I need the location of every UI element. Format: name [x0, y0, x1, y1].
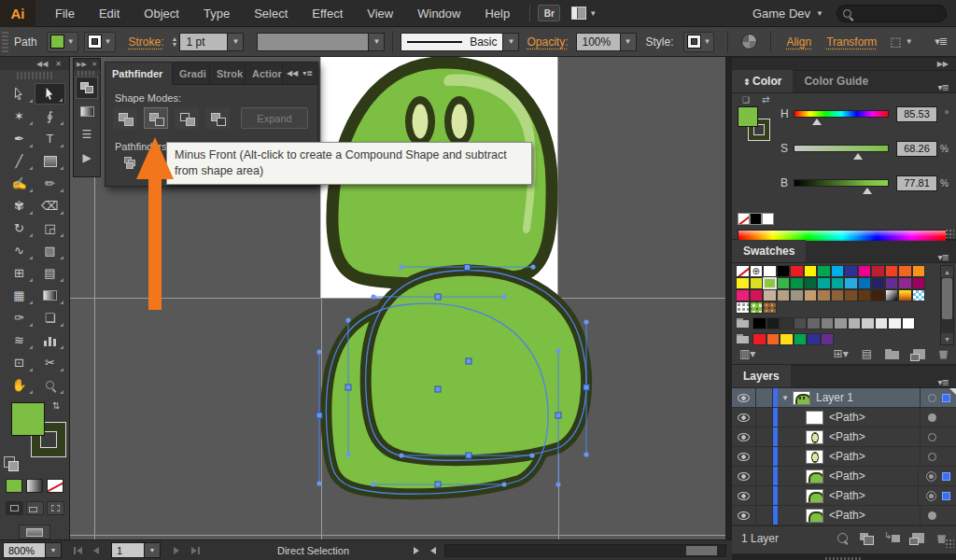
- slider-track-h[interactable]: [794, 110, 889, 118]
- dock-icon-gradient[interactable]: [76, 100, 98, 122]
- rotate-tool[interactable]: ↻: [4, 217, 35, 239]
- slider-thumb[interactable]: [812, 119, 822, 125]
- shape-mode-exclude[interactable]: [205, 107, 230, 129]
- selection-tool[interactable]: [4, 83, 35, 105]
- lock-toggle[interactable]: [756, 447, 773, 466]
- swatch-libraries-icon[interactable]: ▥▾: [739, 347, 755, 360]
- slider-thumb[interactable]: [863, 188, 872, 194]
- pencil-tool[interactable]: ✏: [35, 173, 65, 194]
- panel-menu-icon[interactable]: ▾≣: [302, 69, 313, 77]
- status-display[interactable]: Direct Selection: [218, 545, 409, 556]
- graphic-style-dropdown[interactable]: ▼: [683, 32, 715, 52]
- swatch[interactable]: [817, 265, 831, 277]
- swatch[interactable]: [790, 265, 804, 277]
- gray-group-folder-icon[interactable]: [736, 317, 751, 329]
- dock-icon-pathfinder[interactable]: [76, 77, 98, 99]
- swatch[interactable]: [777, 289, 791, 301]
- shape-mode-unite[interactable]: [113, 107, 137, 129]
- gray-group-swatch[interactable]: [821, 317, 835, 329]
- scrollbar-thumb[interactable]: [686, 546, 717, 555]
- hand-tool[interactable]: ✋: [4, 374, 35, 396]
- visibility-toggle[interactable]: [732, 427, 756, 446]
- panel-resize-grip[interactable]: [945, 229, 954, 238]
- menu-view[interactable]: View: [355, 0, 405, 27]
- show-swatch-kinds-icon[interactable]: ⊞▾: [834, 347, 849, 360]
- menu-select[interactable]: Select: [242, 0, 300, 27]
- opacity-link[interactable]: Opacity:: [527, 35, 568, 49]
- swatch[interactable]: [885, 289, 899, 301]
- symbol-sprayer-tool[interactable]: ≋: [4, 329, 35, 351]
- lock-toggle[interactable]: [756, 427, 773, 446]
- select-similar-button[interactable]: ⬚ ▼: [890, 35, 912, 49]
- panel-menu-icon[interactable]: ▾≣: [938, 252, 956, 262]
- gray-group-swatch[interactable]: [807, 317, 821, 329]
- blend-tool[interactable]: ❏: [35, 307, 65, 329]
- mesh-tool[interactable]: ▦: [4, 285, 35, 306]
- target-icon[interactable]: [928, 394, 936, 402]
- control-bar-grip[interactable]: [2, 32, 8, 52]
- gray-group-swatch[interactable]: [794, 317, 808, 329]
- swap-fill-stroke-icon[interactable]: ⇄: [51, 401, 62, 409]
- divide-button[interactable]: [119, 152, 143, 174]
- tab-actions[interactable]: Actior: [246, 63, 283, 85]
- gray-group-swatch[interactable]: [861, 317, 875, 329]
- swap-fill-stroke-icon[interactable]: ⇄: [762, 94, 769, 105]
- magic-wand-tool[interactable]: ✶: [4, 105, 35, 127]
- gray-group-swatch[interactable]: [888, 317, 902, 329]
- status-flyout-button[interactable]: [409, 547, 424, 554]
- arrange-documents-button[interactable]: ▼: [571, 7, 597, 20]
- layer-thumbnail[interactable]: [793, 391, 810, 405]
- tab-color-guide[interactable]: Color Guide: [793, 70, 879, 92]
- tab-color[interactable]: ⇕ Color: [732, 70, 793, 92]
- menu-help[interactable]: Help: [472, 0, 522, 27]
- swatch[interactable]: [736, 265, 750, 277]
- panel-resize-grip[interactable]: [945, 539, 954, 548]
- gray-group-swatch[interactable]: [875, 317, 889, 329]
- swatch[interactable]: [777, 265, 791, 277]
- visibility-toggle[interactable]: [732, 467, 756, 485]
- layer-name[interactable]: <Path>: [829, 411, 865, 424]
- shape-mode-intersect[interactable]: [175, 107, 199, 129]
- swatch[interactable]: [898, 289, 912, 301]
- control-panel-menu-icon[interactable]: ▾≣: [935, 35, 947, 48]
- layer-thumbnail[interactable]: [806, 469, 823, 483]
- pen-tool[interactable]: ✒: [4, 128, 35, 149]
- lock-toggle[interactable]: [756, 388, 773, 407]
- screen-mode-button[interactable]: [19, 525, 50, 539]
- artboard-number-field[interactable]: 1: [111, 542, 145, 558]
- target-icon[interactable]: [928, 433, 936, 441]
- panel-menu-icon[interactable]: ▾≣: [938, 377, 956, 387]
- expand-dock-icon[interactable]: ▶▶: [77, 61, 87, 68]
- opacity-field[interactable]: 100%: [576, 33, 621, 51]
- type-tool[interactable]: T: [35, 128, 65, 149]
- target-icon[interactable]: [928, 453, 936, 461]
- new-color-group-icon[interactable]: [885, 349, 900, 359]
- last-artboard-button[interactable]: [187, 543, 204, 558]
- menu-effect[interactable]: Effect: [300, 0, 355, 27]
- brush-definition-dropdown[interactable]: ▼: [369, 33, 385, 51]
- canvas[interactable]: Pathfinder Gradi Strok Actior ◀◀ ▾≣ Shap…: [70, 57, 725, 539]
- gradient-tool[interactable]: [35, 285, 65, 306]
- slider-track-s[interactable]: [794, 145, 889, 152]
- gray-group-swatch[interactable]: [848, 317, 862, 329]
- layer-name[interactable]: <Path>: [829, 430, 865, 443]
- delete-swatch-icon[interactable]: [938, 349, 949, 359]
- expand-button[interactable]: Expand: [241, 107, 308, 129]
- search-box[interactable]: [836, 5, 947, 22]
- eraser-tool[interactable]: ⌫: [35, 195, 65, 217]
- width-tool[interactable]: ∿: [4, 240, 35, 261]
- layer-name[interactable]: <Path>: [829, 509, 865, 522]
- gray-group-swatch[interactable]: [752, 317, 766, 329]
- target-icon[interactable]: [928, 413, 936, 422]
- tab-pathfinder[interactable]: Pathfinder: [105, 63, 173, 85]
- fill-color-dropdown[interactable]: ▼: [47, 32, 78, 52]
- swatch[interactable]: [831, 265, 845, 277]
- swatch[interactable]: [898, 277, 912, 289]
- layer-thumbnail[interactable]: [806, 430, 823, 444]
- slider-track-b[interactable]: [794, 179, 889, 187]
- zoom-level-field[interactable]: 800%: [3, 542, 46, 558]
- close-icon[interactable]: ✕: [91, 61, 97, 68]
- artboard-tool[interactable]: ⊡: [4, 352, 35, 373]
- stroke-color-dropdown[interactable]: ▼: [84, 32, 116, 52]
- close-icon[interactable]: ✕: [55, 60, 62, 68]
